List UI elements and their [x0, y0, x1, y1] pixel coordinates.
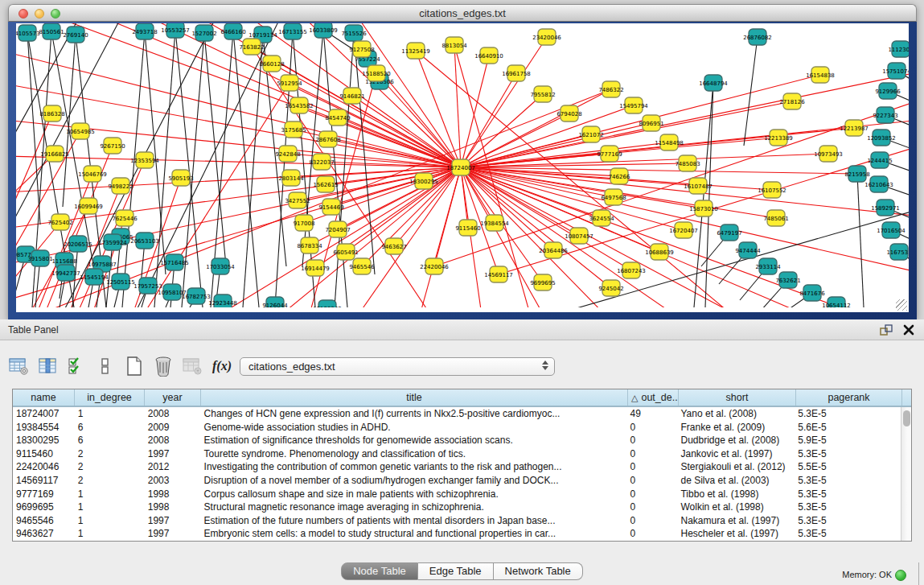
table-panel: Table Panel: [0, 319, 924, 585]
function-builder-icon[interactable]: f(x): [212, 359, 232, 373]
column-header-pagerank[interactable]: pagerank: [796, 389, 902, 406]
graph-node-label: 9267150: [100, 143, 125, 150]
graph-edge[interactable]: [416, 51, 461, 167]
close-panel-icon[interactable]: [901, 323, 916, 336]
column-header-name[interactable]: name: [13, 389, 75, 406]
graph-node-label: 7515526: [341, 31, 367, 37]
table-toolbar: f(x) citations_edges.txt: [6, 352, 555, 381]
graph-edge[interactable]: [461, 167, 611, 288]
graph-node-label: 9245042: [598, 286, 623, 292]
cell-year: 2003: [145, 474, 201, 488]
table-row[interactable]: 1456911722003Disruption of a novel membe…: [13, 474, 901, 488]
table-column-icon[interactable]: [35, 354, 60, 378]
graph-edge[interactable]: [461, 123, 651, 167]
new-table-icon[interactable]: [122, 354, 146, 378]
graph-node-label: 10973493: [814, 151, 843, 158]
graph-node-label: 9242848: [275, 151, 300, 158]
column-header-short[interactable]: short: [679, 389, 796, 406]
cell-in_degree: 1: [75, 527, 145, 541]
table-row[interactable]: 1830029562008Estimation of significance …: [13, 434, 901, 447]
graph-node-label: 18300295: [409, 179, 438, 185]
delete-table-icon[interactable]: [151, 354, 175, 378]
table-settings-icon[interactable]: [6, 354, 31, 378]
cell-short: Nakamura et al. (1997): [677, 514, 795, 528]
graph-node-label: 7955812: [530, 92, 555, 98]
graph-edge[interactable]: [16, 23, 122, 231]
minimize-window-button[interactable]: [35, 9, 44, 19]
node-table: namein_degreeyeartitle△out_de...shortpag…: [12, 389, 912, 542]
graph-node-label: 6794028: [556, 111, 581, 117]
graph-node-label: 20653103: [130, 238, 159, 245]
column-header-in_degree[interactable]: in_degree: [75, 389, 145, 406]
graph-node-label: 10654985: [66, 129, 95, 135]
graph-node-label: 7204907: [325, 227, 350, 233]
table-row[interactable]: 2242004622012Investigating the contribut…: [13, 460, 901, 474]
cell-in_degree: 2: [75, 447, 145, 461]
graph-node-label: 9463627: [381, 244, 406, 250]
graph-edge[interactable]: [461, 167, 698, 186]
graph-node-label: 16154838: [806, 72, 835, 79]
graph-edge[interactable]: [63, 35, 76, 207]
graph-node-label: 17359924: [98, 240, 127, 246]
graph-node-label: 12923448: [208, 300, 237, 307]
table-row[interactable]: 911546021997Tourette syndrome. Phenomeno…: [13, 447, 901, 461]
row-boxes-icon[interactable]: [93, 354, 117, 378]
cell-out_de...: 0: [627, 434, 678, 447]
cell-in_degree: 2: [75, 460, 145, 474]
graph-node-label: 6497568: [601, 195, 626, 201]
graph-node-label: 2933114: [755, 264, 781, 270]
graph-node-label: 1112304: [888, 47, 909, 53]
network-window-titlebar[interactable]: citations_edges.txt: [8, 4, 917, 22]
table-row[interactable]: 1938455462009Genome-wide association stu…: [13, 421, 901, 435]
graph-node-label: 8678334: [297, 243, 322, 249]
graph-edge[interactable]: [27, 33, 40, 225]
zoom-window-button[interactable]: [51, 9, 60, 19]
close-window-button[interactable]: [18, 9, 28, 19]
table-source-value: citations_edges.txt: [248, 360, 335, 373]
table-row[interactable]: 946362711997Embryonic stem cells: a mode…: [13, 527, 901, 541]
network-canvas[interactable]: 4105573815056127691402493718105532571527…: [16, 23, 909, 312]
column-header-out_de...[interactable]: △out_de...: [628, 389, 679, 406]
graph-edge[interactable]: [857, 174, 864, 307]
show-columns-icon[interactable]: [64, 354, 88, 378]
window-resize-grip[interactable]: [896, 299, 907, 311]
table-source-dropdown[interactable]: citations_edges.txt: [240, 357, 555, 376]
table-scrollbar-thumb[interactable]: [903, 410, 910, 426]
graph-node-label: 17033054: [206, 264, 235, 270]
graph-node-label: 1115688: [51, 258, 76, 265]
graph-edge[interactable]: [461, 56, 489, 167]
graph-node-label: 9115460: [455, 225, 480, 232]
import-table-disabled-icon: [180, 354, 204, 378]
graph-node-label: 16033809: [309, 27, 338, 34]
table-row[interactable]: 1872400712008Changes of HCN gene express…: [13, 407, 901, 421]
column-header-title[interactable]: title: [201, 389, 628, 406]
memory-status-indicator[interactable]: [895, 570, 906, 581]
table-row[interactable]: 977716911998Corpus callosum shape and si…: [13, 488, 901, 501]
cell-in_degree: 1: [75, 514, 145, 528]
graph-edge[interactable]: [122, 31, 145, 307]
table-row[interactable]: 946554611997Estimation of the future num…: [13, 514, 901, 528]
graph-node-label: 20206535: [64, 241, 92, 248]
cell-year: 1998: [145, 501, 201, 514]
graph-edge[interactable]: [354, 167, 461, 307]
graph-node-label: 15188520: [362, 71, 391, 77]
cell-short: Wolkin et al. (1998): [677, 501, 795, 514]
graph-node-label: 7163822: [239, 44, 264, 51]
graph-node-label: 7485061: [763, 216, 788, 222]
graph-node-label: 2718126: [779, 99, 805, 105]
table-vertical-scrollbar[interactable]: [901, 407, 911, 541]
graph-edge[interactable]: [461, 167, 483, 307]
graph-node-label: 16099469: [74, 204, 103, 210]
cell-out_de...: 49: [627, 407, 678, 421]
graph-node-label: 6466160: [220, 29, 245, 35]
float-panel-icon[interactable]: [879, 323, 893, 336]
cell-out_de...: 0: [627, 421, 678, 435]
cell-pagerank: 5.9E-5: [795, 434, 901, 447]
graph-node-label: 16640910: [474, 53, 503, 60]
cell-pagerank: 5.3E-5: [795, 514, 901, 528]
cell-name: 18724007: [13, 407, 75, 421]
column-header-year[interactable]: year: [145, 389, 201, 406]
table-row[interactable]: 969969511998Structural magnetic resonanc…: [13, 501, 901, 514]
graph-node-label: 7485083: [675, 161, 700, 167]
graph-edge[interactable]: [16, 51, 461, 167]
